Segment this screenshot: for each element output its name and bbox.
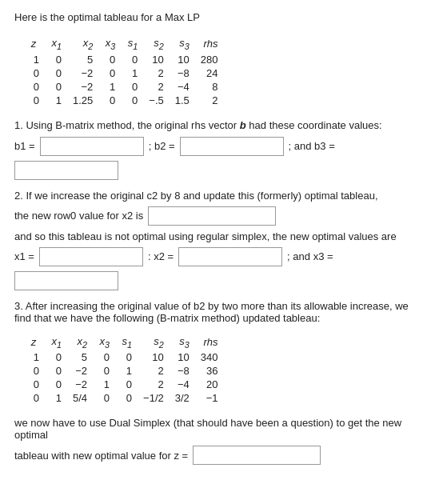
table-cell: 0	[22, 364, 45, 378]
table-cell: 1.5	[170, 94, 195, 107]
t2-header-x3: x3	[93, 334, 115, 351]
b-inputs-row: b1 = ; b2 = ; and b3 =	[14, 137, 413, 180]
z-input[interactable]	[193, 446, 321, 465]
table-cell: 2	[143, 66, 169, 80]
table-cell: −2	[67, 80, 98, 94]
table-cell: 24	[195, 66, 224, 80]
t2-header-x1: x1	[45, 334, 67, 351]
header-s1: s1	[121, 36, 143, 53]
section1-label: 1. Using B-matrix method, the original r…	[14, 119, 237, 131]
table-cell: 340	[195, 350, 224, 364]
t2-header-s3: s3	[170, 334, 195, 351]
header-x1: x1	[45, 36, 67, 53]
table-cell: 1	[121, 66, 143, 80]
table-cell: 0	[22, 94, 45, 107]
table-cell: 2	[138, 364, 170, 378]
table-cell: 0	[22, 378, 45, 391]
table-cell: 1	[98, 80, 121, 94]
table-cell: −4	[170, 378, 195, 391]
table-cell: 1	[22, 53, 45, 66]
table-cell: 0	[93, 350, 115, 364]
header-s2: s2	[143, 36, 169, 53]
table-cell: 3/2	[170, 391, 195, 405]
header-z: z	[22, 36, 45, 53]
and-text: and so this tableau is not optimal using…	[14, 230, 413, 242]
table-cell: 280	[195, 53, 224, 66]
table-cell: 5	[67, 53, 98, 66]
table-cell: −2	[67, 364, 93, 378]
table-cell: 2	[138, 378, 170, 391]
table-cell: 5	[67, 350, 93, 364]
table-cell: 20	[195, 378, 224, 391]
optimal-values-row: x1 = : x2 = ; and x3 =	[14, 247, 413, 290]
table-cell: 1	[93, 378, 115, 391]
table-cell: 0	[98, 53, 121, 66]
table-cell: 10	[138, 350, 170, 364]
table-cell: 0	[45, 53, 67, 66]
table-cell: −.5	[143, 94, 169, 107]
table-cell: 0	[45, 350, 67, 364]
section1-title: 1. Using B-matrix method, the original r…	[14, 119, 413, 131]
table-cell: 2	[195, 94, 224, 107]
section1-b: b	[240, 119, 249, 131]
t2-header-s1: s1	[115, 334, 138, 351]
table-cell: 8	[195, 80, 224, 94]
header-rhs: rhs	[195, 36, 224, 53]
x2-label: : x2 =	[148, 250, 174, 262]
table-cell: 10	[170, 350, 195, 364]
table-cell: 0	[45, 80, 67, 94]
x1-label: x1 =	[14, 250, 34, 262]
table-cell: 10	[143, 53, 169, 66]
table-cell: 0	[121, 53, 143, 66]
table-cell: −1	[195, 391, 224, 405]
table-cell: −2	[67, 378, 93, 391]
table-cell: 0	[22, 66, 45, 80]
x1-input[interactable]	[39, 247, 143, 266]
z-label: tableau with new optimal value for z =	[14, 450, 188, 462]
table-cell: 0	[45, 364, 67, 378]
table-cell: 1	[45, 391, 67, 405]
table-cell: 0	[93, 364, 115, 378]
b2-input[interactable]	[180, 137, 284, 156]
table-cell: 0	[121, 94, 143, 107]
tableau2: z x1 x2 x3 s1 s2 s3 rhs 10500101034000−2…	[22, 334, 224, 406]
b1-input[interactable]	[40, 137, 144, 156]
table-cell: 0	[115, 378, 138, 391]
z-row: tableau with new optimal value for z =	[14, 446, 413, 465]
table-cell: 1	[45, 94, 67, 107]
table-cell: −8	[170, 66, 195, 80]
b2-label: ; b2 =	[149, 140, 175, 152]
b1-label: b1 =	[14, 140, 35, 152]
table-cell: 0	[98, 66, 121, 80]
table-cell: 1	[22, 350, 45, 364]
table-cell: 2	[143, 80, 169, 94]
x2-input[interactable]	[178, 247, 282, 266]
table-cell: 0	[115, 350, 138, 364]
table-cell: 10	[170, 53, 195, 66]
b3-input[interactable]	[14, 161, 118, 180]
table-cell: 0	[98, 94, 121, 107]
row0-row: the new row0 value for x2 is	[14, 206, 413, 226]
table-cell: 0	[93, 391, 115, 405]
table-cell: 0	[22, 80, 45, 94]
header-s3: s3	[170, 36, 195, 53]
b3-label: ; and b3 =	[289, 140, 335, 152]
section2-title: 2. If we increase the original c2 by 8 a…	[14, 190, 413, 202]
t2-header-s2: s2	[138, 334, 170, 351]
dual-simplex-note: we now have to use Dual Simplex (that sh…	[14, 417, 413, 441]
x3-input[interactable]	[14, 271, 118, 290]
table-cell: 1	[115, 364, 138, 378]
table-cell: −2	[67, 66, 98, 80]
table-cell: 0	[115, 391, 138, 405]
section2: 2. If we increase the original c2 by 8 a…	[14, 190, 413, 290]
table-cell: 0	[121, 80, 143, 94]
row0-input[interactable]	[148, 206, 276, 226]
section3-title: 3. After increasing the original value o…	[14, 300, 413, 324]
header-x2: x2	[67, 36, 98, 53]
table-cell: 1.25	[67, 94, 98, 107]
table-cell: 0	[22, 391, 45, 405]
table-cell: −1/2	[138, 391, 170, 405]
table-cell: 5/4	[67, 391, 93, 405]
header-x3: x3	[98, 36, 121, 53]
table-cell: 0	[45, 66, 67, 80]
